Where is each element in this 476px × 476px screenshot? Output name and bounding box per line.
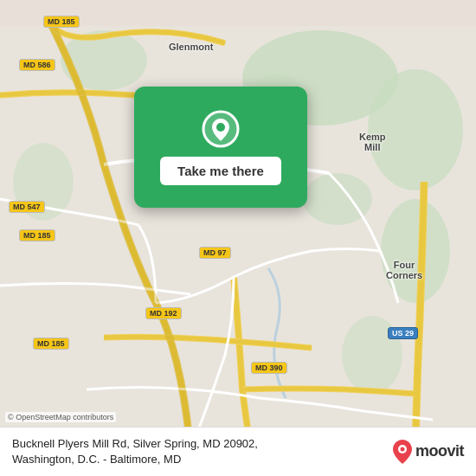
address-text: Bucknell Plyers Mill Rd, Silver Spring, … (12, 436, 393, 467)
road-badge-md586: MD 586 (19, 59, 55, 71)
location-pin-icon (202, 110, 240, 148)
road-badge-md390: MD 390 (251, 362, 287, 374)
svg-point-12 (400, 447, 404, 451)
road-badge-md547: MD 547 (9, 201, 45, 213)
moovit-pin-icon (393, 440, 412, 464)
place-label-four-corners: FourCorners (386, 260, 422, 280)
location-card: Take me there (134, 87, 307, 208)
osm-attribution: © OpenStreetMap contributors (5, 412, 116, 422)
place-label-kemp-mill: KempMill (359, 132, 386, 152)
map-container: MD 185 MD 586 MD 185 MD 185 MD 547 MD 97… (0, 0, 476, 476)
road-badge-md185-mid: MD 185 (19, 229, 55, 241)
road-badge-us29: US 29 (388, 327, 418, 339)
svg-point-2 (368, 69, 463, 190)
take-me-there-button[interactable]: Take me there (160, 157, 281, 185)
map-svg (0, 0, 476, 476)
road-badge-md185-bot: MD 185 (33, 338, 69, 350)
moovit-text: moovit (415, 442, 464, 460)
road-badge-md185-top: MD 185 (43, 16, 80, 28)
svg-point-3 (381, 199, 450, 303)
place-label-glenmont: Glenmont (169, 42, 213, 52)
bottom-bar: Bucknell Plyers Mill Rd, Silver Spring, … (0, 427, 476, 476)
road-badge-md97: MD 97 (199, 247, 231, 259)
svg-point-10 (216, 123, 225, 132)
road-badge-md192: MD 192 (145, 307, 182, 319)
moovit-logo: moovit (393, 440, 464, 464)
